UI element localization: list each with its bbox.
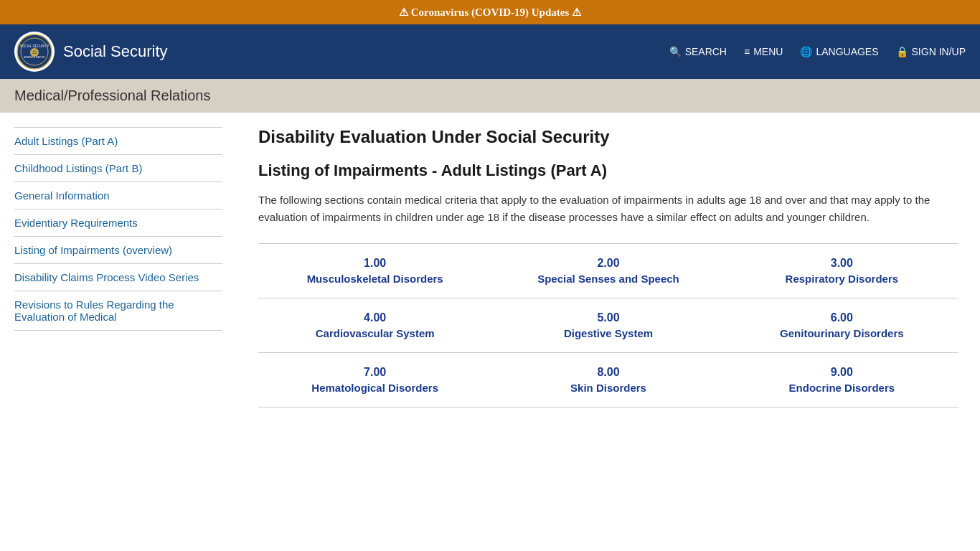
main-content: Disability Evaluation Under Social Secur…	[237, 113, 980, 429]
main-layout: Adult Listings (Part A) Childhood Listin…	[0, 113, 980, 429]
impairment-cell: 7.00 Hematological Disorders	[258, 353, 491, 408]
breadcrumb-bar: Medical/Professional Relations	[0, 79, 980, 113]
svg-text:⚖: ⚖	[32, 50, 37, 55]
impairment-number: 1.00	[265, 257, 484, 270]
impairment-cell: 4.00 Cardiovascular System	[258, 298, 491, 353]
header-left: SOCIAL SECURITY ADMINISTRATION ⚖ Social …	[14, 32, 168, 72]
site-header: SOCIAL SECURITY ADMINISTRATION ⚖ Social …	[0, 24, 980, 79]
impairment-table: 1.00 Musculoskeletal Disorders 2.00 Spec…	[258, 243, 958, 408]
menu-label: MENU	[753, 46, 783, 57]
impairment-link[interactable]: 1.00 Musculoskeletal Disorders	[265, 257, 484, 285]
impairment-link[interactable]: 5.00 Digestive System	[499, 311, 717, 339]
search-nav-item[interactable]: 🔍 SEARCH	[669, 46, 727, 57]
languages-label: LANGUAGES	[816, 46, 878, 57]
alert-warning-icon-right: ⚠	[572, 6, 581, 18]
menu-icon: ≡	[744, 46, 750, 57]
impairment-cell: 2.00 Special Senses and Speech	[491, 244, 725, 298]
svg-text:SOCIAL SECURITY: SOCIAL SECURITY	[20, 44, 49, 48]
impairment-number: 9.00	[732, 366, 951, 379]
impairment-number: 5.00	[499, 311, 717, 324]
impairment-label: Musculoskeletal Disorders	[307, 273, 443, 285]
site-logo[interactable]: SOCIAL SECURITY ADMINISTRATION ⚖	[14, 32, 55, 72]
sidebar-item-revisions[interactable]: Revisions to Rules Regarding the Evaluat…	[14, 291, 222, 331]
impairment-number: 8.00	[499, 366, 717, 379]
sidebar-item-adult-listings[interactable]: Adult Listings (Part A)	[14, 127, 222, 155]
impairment-cell: 1.00 Musculoskeletal Disorders	[258, 244, 491, 298]
impairment-number: 6.00	[732, 311, 951, 324]
sidebar-item-evidentiary-req[interactable]: Evidentiary Requirements	[14, 209, 222, 237]
impairment-label: Cardiovascular System	[316, 327, 435, 339]
sidebar-item-general-info[interactable]: General Information	[14, 182, 222, 209]
impairment-number: 7.00	[265, 366, 484, 379]
impairment-label: Respiratory Disorders	[786, 273, 899, 285]
impairment-cell: 6.00 Genitourinary Disorders	[725, 298, 958, 353]
impairment-label: Endocrine Disorders	[789, 382, 895, 394]
impairment-link[interactable]: 8.00 Skin Disorders	[499, 366, 717, 394]
signin-nav-item[interactable]: 🔒 SIGN IN/UP	[896, 46, 966, 57]
impairment-label: Skin Disorders	[570, 382, 646, 394]
content-heading: Disability Evaluation Under Social Secur…	[258, 127, 958, 147]
site-name: Social Security	[63, 42, 168, 61]
sidebar-item-childhood-listings[interactable]: Childhood Listings (Part B)	[14, 155, 222, 182]
impairment-number: 4.00	[265, 311, 484, 324]
alert-text: Coronavirus (COVID-19) Updates	[411, 6, 570, 18]
impairment-cell: 9.00 Endocrine Disorders	[725, 353, 958, 408]
sidebar: Adult Listings (Part A) Childhood Listin…	[0, 113, 237, 429]
impairment-link[interactable]: 4.00 Cardiovascular System	[265, 311, 484, 339]
header-nav: 🔍 SEARCH ≡ MENU 🌐 LANGUAGES 🔒 SIGN IN/UP	[669, 46, 966, 57]
search-icon: 🔍	[669, 46, 682, 57]
impairment-link[interactable]: 9.00 Endocrine Disorders	[732, 366, 951, 394]
signin-label: SIGN IN/UP	[912, 46, 966, 57]
impairment-label: Genitourinary Disorders	[780, 327, 904, 339]
alert-warning-icon-left: ⚠	[399, 6, 408, 18]
impairment-label: Digestive System	[564, 327, 653, 339]
lock-icon: 🔒	[896, 46, 908, 57]
menu-nav-item[interactable]: ≡ MENU	[744, 46, 783, 57]
impairment-cell: 3.00 Respiratory Disorders	[725, 244, 958, 298]
search-label: SEARCH	[685, 46, 727, 57]
alert-banner[interactable]: ⚠ Coronavirus (COVID-19) Updates ⚠	[0, 0, 980, 24]
sidebar-item-video-series[interactable]: Disability Claims Process Video Series	[14, 264, 222, 291]
page-title: Medical/Professional Relations	[14, 88, 210, 103]
impairment-cell: 8.00 Skin Disorders	[491, 353, 725, 408]
impairment-link[interactable]: 7.00 Hematological Disorders	[265, 366, 484, 394]
languages-nav-item[interactable]: 🌐 LANGUAGES	[800, 46, 878, 57]
globe-icon: 🌐	[800, 46, 812, 57]
impairment-link[interactable]: 3.00 Respiratory Disorders	[732, 257, 951, 285]
impairment-label: Hematological Disorders	[311, 382, 438, 394]
impairment-number: 3.00	[732, 257, 951, 270]
sidebar-item-listing-overview[interactable]: Listing of Impairments (overview)	[14, 237, 222, 264]
content-subheading: Listing of Impairments - Adult Listings …	[258, 161, 958, 180]
impairment-link[interactable]: 2.00 Special Senses and Speech	[499, 257, 717, 285]
impairment-number: 2.00	[499, 257, 717, 270]
impairment-label: Special Senses and Speech	[537, 273, 679, 285]
impairment-link[interactable]: 6.00 Genitourinary Disorders	[732, 311, 951, 339]
impairment-cell: 5.00 Digestive System	[491, 298, 725, 353]
content-intro: The following sections contain medical c…	[258, 192, 958, 226]
